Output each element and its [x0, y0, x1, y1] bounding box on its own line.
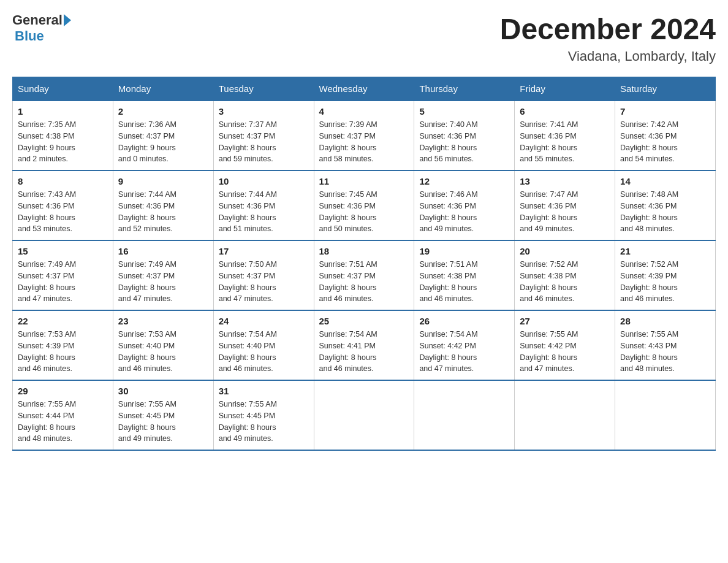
day-detail: Sunrise: 7:39 AMSunset: 4:37 PMDaylight:… [319, 119, 409, 165]
col-sunday: Sunday [13, 77, 113, 101]
calendar-header-row: Sunday Monday Tuesday Wednesday Thursday… [13, 77, 716, 101]
week-row-5: 29 Sunrise: 7:55 AMSunset: 4:44 PMDaylig… [13, 380, 716, 450]
day-detail: Sunrise: 7:42 AMSunset: 4:36 PMDaylight:… [620, 119, 710, 165]
day-number: 22 [18, 316, 108, 326]
week-row-3: 15 Sunrise: 7:49 AMSunset: 4:37 PMDaylig… [13, 240, 716, 310]
day-number: 3 [219, 106, 309, 117]
day-detail: Sunrise: 7:35 AMSunset: 4:38 PMDaylight:… [18, 119, 108, 165]
day-cell: 7 Sunrise: 7:42 AMSunset: 4:36 PMDayligh… [615, 101, 716, 170]
day-cell: 20 Sunrise: 7:52 AMSunset: 4:38 PMDaylig… [515, 240, 615, 310]
day-cell: 27 Sunrise: 7:55 AMSunset: 4:42 PMDaylig… [515, 310, 615, 380]
col-tuesday: Tuesday [213, 77, 314, 101]
day-number: 27 [520, 316, 610, 326]
day-cell [515, 380, 615, 450]
day-cell: 21 Sunrise: 7:52 AMSunset: 4:39 PMDaylig… [615, 240, 716, 310]
day-detail: Sunrise: 7:36 AMSunset: 4:37 PMDaylight:… [118, 119, 208, 165]
day-cell: 24 Sunrise: 7:54 AMSunset: 4:40 PMDaylig… [213, 310, 314, 380]
day-cell: 28 Sunrise: 7:55 AMSunset: 4:43 PMDaylig… [615, 310, 716, 380]
day-cell: 11 Sunrise: 7:45 AMSunset: 4:36 PMDaylig… [314, 170, 414, 240]
logo: General Blue [12, 12, 71, 44]
day-cell: 1 Sunrise: 7:35 AMSunset: 4:38 PMDayligh… [13, 101, 113, 170]
day-detail: Sunrise: 7:46 AMSunset: 4:36 PMDaylight:… [419, 189, 509, 235]
day-detail: Sunrise: 7:55 AMSunset: 4:42 PMDaylight:… [520, 329, 610, 375]
day-cell: 12 Sunrise: 7:46 AMSunset: 4:36 PMDaylig… [414, 170, 515, 240]
day-cell: 5 Sunrise: 7:40 AMSunset: 4:36 PMDayligh… [414, 101, 515, 170]
day-number: 28 [620, 316, 710, 326]
day-detail: Sunrise: 7:54 AMSunset: 4:42 PMDaylight:… [419, 329, 509, 375]
day-number: 17 [219, 246, 309, 256]
day-detail: Sunrise: 7:45 AMSunset: 4:36 PMDaylight:… [319, 189, 409, 235]
col-wednesday: Wednesday [314, 77, 414, 101]
day-detail: Sunrise: 7:43 AMSunset: 4:36 PMDaylight:… [18, 189, 108, 235]
day-detail: Sunrise: 7:55 AMSunset: 4:44 PMDaylight:… [18, 399, 108, 445]
day-number: 20 [520, 246, 610, 256]
day-cell: 8 Sunrise: 7:43 AMSunset: 4:36 PMDayligh… [13, 170, 113, 240]
day-detail: Sunrise: 7:53 AMSunset: 4:39 PMDaylight:… [18, 329, 108, 375]
day-number: 1 [18, 106, 108, 117]
day-cell: 6 Sunrise: 7:41 AMSunset: 4:36 PMDayligh… [515, 101, 615, 170]
day-number: 13 [520, 176, 610, 186]
day-cell: 3 Sunrise: 7:37 AMSunset: 4:37 PMDayligh… [213, 101, 314, 170]
day-number: 30 [118, 386, 208, 396]
day-cell: 31 Sunrise: 7:55 AMSunset: 4:45 PMDaylig… [213, 380, 314, 450]
day-detail: Sunrise: 7:55 AMSunset: 4:45 PMDaylight:… [219, 399, 309, 445]
title-area: December 2024 Viadana, Lombardy, Italy [500, 12, 716, 64]
day-cell: 4 Sunrise: 7:39 AMSunset: 4:37 PMDayligh… [314, 101, 414, 170]
day-detail: Sunrise: 7:53 AMSunset: 4:40 PMDaylight:… [118, 329, 208, 375]
day-cell: 13 Sunrise: 7:47 AMSunset: 4:36 PMDaylig… [515, 170, 615, 240]
logo-triangle-icon [64, 14, 71, 26]
day-number: 5 [419, 106, 509, 117]
day-number: 16 [118, 246, 208, 256]
logo-blue: Blue [15, 28, 44, 44]
day-number: 4 [319, 106, 409, 117]
day-detail: Sunrise: 7:55 AMSunset: 4:45 PMDaylight:… [118, 399, 208, 445]
day-cell: 29 Sunrise: 7:55 AMSunset: 4:44 PMDaylig… [13, 380, 113, 450]
day-number: 15 [18, 246, 108, 256]
week-row-4: 22 Sunrise: 7:53 AMSunset: 4:39 PMDaylig… [13, 310, 716, 380]
day-cell [615, 380, 716, 450]
day-number: 9 [118, 176, 208, 186]
day-number: 24 [219, 316, 309, 326]
day-number: 19 [419, 246, 509, 256]
day-detail: Sunrise: 7:54 AMSunset: 4:40 PMDaylight:… [219, 329, 309, 375]
day-detail: Sunrise: 7:44 AMSunset: 4:36 PMDaylight:… [118, 189, 208, 235]
day-detail: Sunrise: 7:52 AMSunset: 4:39 PMDaylight:… [620, 259, 710, 305]
day-detail: Sunrise: 7:48 AMSunset: 4:36 PMDaylight:… [620, 189, 710, 235]
week-row-2: 8 Sunrise: 7:43 AMSunset: 4:36 PMDayligh… [13, 170, 716, 240]
day-cell: 9 Sunrise: 7:44 AMSunset: 4:36 PMDayligh… [113, 170, 213, 240]
day-cell: 15 Sunrise: 7:49 AMSunset: 4:37 PMDaylig… [13, 240, 113, 310]
day-number: 10 [219, 176, 309, 186]
day-number: 6 [520, 106, 610, 117]
day-number: 7 [620, 106, 710, 117]
day-detail: Sunrise: 7:50 AMSunset: 4:37 PMDaylight:… [219, 259, 309, 305]
day-cell [414, 380, 515, 450]
day-detail: Sunrise: 7:55 AMSunset: 4:43 PMDaylight:… [620, 329, 710, 375]
day-cell: 10 Sunrise: 7:44 AMSunset: 4:36 PMDaylig… [213, 170, 314, 240]
day-detail: Sunrise: 7:49 AMSunset: 4:37 PMDaylight:… [18, 259, 108, 305]
day-detail: Sunrise: 7:51 AMSunset: 4:37 PMDaylight:… [319, 259, 409, 305]
day-cell [314, 380, 414, 450]
calendar-table: Sunday Monday Tuesday Wednesday Thursday… [12, 77, 716, 451]
day-number: 12 [419, 176, 509, 186]
day-cell: 30 Sunrise: 7:55 AMSunset: 4:45 PMDaylig… [113, 380, 213, 450]
page-header: General Blue December 2024 Viadana, Lomb… [12, 12, 716, 64]
day-number: 25 [319, 316, 409, 326]
day-detail: Sunrise: 7:54 AMSunset: 4:41 PMDaylight:… [319, 329, 409, 375]
day-detail: Sunrise: 7:41 AMSunset: 4:36 PMDaylight:… [520, 119, 610, 165]
day-detail: Sunrise: 7:40 AMSunset: 4:36 PMDaylight:… [419, 119, 509, 165]
day-cell: 14 Sunrise: 7:48 AMSunset: 4:36 PMDaylig… [615, 170, 716, 240]
day-detail: Sunrise: 7:37 AMSunset: 4:37 PMDaylight:… [219, 119, 309, 165]
day-detail: Sunrise: 7:51 AMSunset: 4:38 PMDaylight:… [419, 259, 509, 305]
col-friday: Friday [515, 77, 615, 101]
day-detail: Sunrise: 7:44 AMSunset: 4:36 PMDaylight:… [219, 189, 309, 235]
col-saturday: Saturday [615, 77, 716, 101]
day-number: 8 [18, 176, 108, 186]
day-cell: 23 Sunrise: 7:53 AMSunset: 4:40 PMDaylig… [113, 310, 213, 380]
col-thursday: Thursday [414, 77, 515, 101]
col-monday: Monday [113, 77, 213, 101]
day-cell: 18 Sunrise: 7:51 AMSunset: 4:37 PMDaylig… [314, 240, 414, 310]
day-cell: 25 Sunrise: 7:54 AMSunset: 4:41 PMDaylig… [314, 310, 414, 380]
day-number: 11 [319, 176, 409, 186]
day-number: 18 [319, 246, 409, 256]
day-detail: Sunrise: 7:49 AMSunset: 4:37 PMDaylight:… [118, 259, 208, 305]
